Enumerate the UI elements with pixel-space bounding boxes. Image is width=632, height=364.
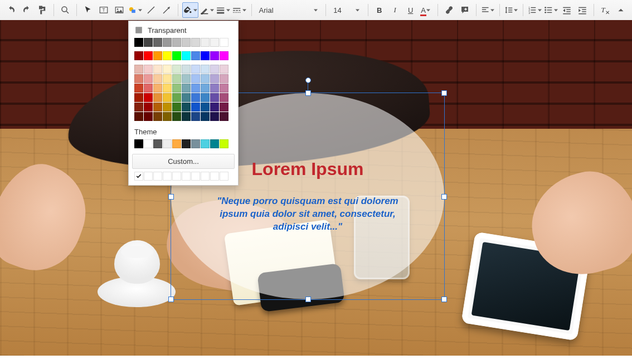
color-swatch[interactable] <box>153 65 162 74</box>
color-swatch[interactable] <box>144 84 153 93</box>
arrow-tool[interactable] <box>159 3 174 17</box>
color-swatch[interactable] <box>210 65 219 74</box>
color-swatch[interactable] <box>172 74 181 83</box>
color-swatch[interactable] <box>210 103 219 111</box>
color-swatch[interactable] <box>172 65 181 74</box>
color-swatch[interactable] <box>201 74 210 83</box>
insert-comment-button[interactable] <box>458 3 472 17</box>
numbered-list-button[interactable]: 123 <box>527 3 542 17</box>
align-h-button[interactable] <box>480 3 495 17</box>
resize-handle-bl[interactable] <box>168 297 174 302</box>
color-swatch[interactable] <box>201 38 210 47</box>
color-swatch[interactable] <box>182 51 191 60</box>
color-swatch[interactable] <box>163 65 172 74</box>
rotate-handle[interactable] <box>305 77 311 83</box>
line-tool[interactable] <box>144 3 158 17</box>
color-swatch[interactable] <box>191 103 200 111</box>
color-swatch[interactable] <box>163 38 172 47</box>
color-swatch[interactable] <box>172 103 181 111</box>
color-swatch[interactable] <box>210 38 219 47</box>
color-swatch[interactable] <box>201 93 210 102</box>
color-swatch[interactable] <box>220 93 229 102</box>
textbox-tool[interactable]: T <box>96 3 111 17</box>
zoom-button[interactable] <box>58 3 72 17</box>
recent-swatch[interactable] <box>220 172 229 181</box>
color-swatch[interactable] <box>182 38 191 47</box>
resize-handle-b[interactable] <box>305 297 311 302</box>
color-swatch[interactable] <box>134 139 143 148</box>
recent-swatch[interactable] <box>144 172 153 181</box>
color-swatch[interactable] <box>134 74 143 83</box>
recent-swatch[interactable] <box>172 172 181 181</box>
color-swatch[interactable] <box>210 93 219 102</box>
resize-handle-t[interactable] <box>305 90 311 96</box>
color-swatch[interactable] <box>182 93 191 102</box>
color-swatch[interactable] <box>201 65 210 74</box>
color-swatch[interactable] <box>172 84 181 93</box>
recent-swatch[interactable] <box>191 172 200 181</box>
color-swatch[interactable] <box>220 112 229 121</box>
bold-button[interactable]: B <box>372 3 387 17</box>
font-size-picker[interactable]: 14 <box>330 3 363 17</box>
color-swatch[interactable] <box>163 51 172 60</box>
recent-swatch[interactable] <box>163 172 172 181</box>
color-swatch[interactable] <box>172 139 181 148</box>
indent-less-button[interactable] <box>560 3 574 17</box>
color-swatch[interactable] <box>191 112 200 121</box>
color-swatch[interactable] <box>191 38 200 47</box>
color-swatch[interactable] <box>191 74 200 83</box>
color-swatch[interactable] <box>163 112 172 121</box>
color-swatch[interactable] <box>144 65 153 74</box>
transparent-option[interactable]: Transparent <box>129 21 238 38</box>
color-swatch[interactable] <box>201 51 210 60</box>
resize-handle-tr[interactable] <box>441 90 447 96</box>
color-swatch[interactable] <box>201 139 210 148</box>
color-swatch[interactable] <box>220 139 229 148</box>
underline-button[interactable]: U <box>403 3 418 17</box>
indent-more-button[interactable] <box>575 3 590 17</box>
color-swatch[interactable] <box>210 139 219 148</box>
color-swatch[interactable] <box>144 112 153 121</box>
custom-color-button[interactable]: Custom... <box>132 154 235 169</box>
color-swatch[interactable] <box>182 103 191 111</box>
clear-formatting-button[interactable]: T✕ <box>598 3 612 17</box>
color-swatch[interactable] <box>153 84 162 93</box>
color-swatch[interactable] <box>220 65 229 74</box>
color-swatch[interactable] <box>210 84 219 93</box>
color-swatch[interactable] <box>144 103 153 111</box>
color-swatch[interactable] <box>153 51 162 60</box>
color-swatch[interactable] <box>172 112 181 121</box>
color-swatch[interactable] <box>153 93 162 102</box>
color-swatch[interactable] <box>182 139 191 148</box>
color-swatch[interactable] <box>134 112 143 121</box>
color-swatch[interactable] <box>182 84 191 93</box>
color-swatch[interactable] <box>191 139 200 148</box>
border-dash-button[interactable] <box>232 3 247 17</box>
color-swatch[interactable] <box>182 74 191 83</box>
recent-swatch[interactable] <box>153 172 162 181</box>
color-swatch[interactable] <box>144 38 153 47</box>
color-swatch[interactable] <box>220 38 229 47</box>
color-swatch[interactable] <box>210 74 219 83</box>
color-swatch[interactable] <box>163 84 172 93</box>
resize-handle-l[interactable] <box>168 194 174 200</box>
color-swatch[interactable] <box>153 74 162 83</box>
color-swatch[interactable] <box>220 84 229 93</box>
redo-button[interactable] <box>20 3 34 17</box>
color-swatch[interactable] <box>134 84 143 93</box>
color-swatch[interactable] <box>220 103 229 111</box>
shape-tool[interactable] <box>128 3 143 17</box>
color-swatch[interactable] <box>163 93 172 102</box>
color-swatch[interactable] <box>191 51 200 60</box>
line-spacing-button[interactable] <box>504 3 519 17</box>
color-swatch[interactable] <box>153 112 162 121</box>
color-swatch[interactable] <box>201 84 210 93</box>
color-swatch[interactable] <box>172 93 181 102</box>
font-picker[interactable]: Arial <box>256 3 322 17</box>
recent-swatch[interactable] <box>210 172 219 181</box>
color-swatch[interactable] <box>210 112 219 121</box>
color-swatch[interactable] <box>220 74 229 83</box>
color-swatch[interactable] <box>163 139 172 148</box>
color-swatch[interactable] <box>134 51 143 60</box>
recent-swatch[interactable] <box>182 172 191 181</box>
